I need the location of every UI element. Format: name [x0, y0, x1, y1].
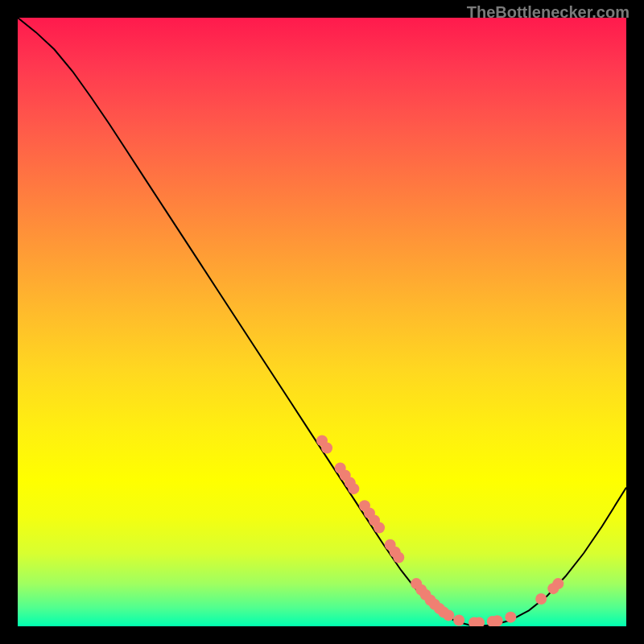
data-point	[374, 522, 385, 534]
data-point	[348, 483, 359, 494]
chart-svg	[18, 18, 626, 626]
bottleneck-curve	[18, 18, 626, 626]
data-point	[321, 442, 332, 453]
data-point	[393, 552, 404, 564]
data-point	[492, 615, 503, 626]
data-point	[443, 609, 454, 621]
data-point	[453, 614, 464, 625]
data-point	[535, 593, 547, 605]
data-point	[552, 578, 564, 589]
chart-plot-area	[18, 18, 626, 626]
attribution-text: TheBottlenecker.com	[467, 3, 630, 22]
data-points-group	[316, 435, 564, 626]
data-point	[505, 612, 516, 623]
